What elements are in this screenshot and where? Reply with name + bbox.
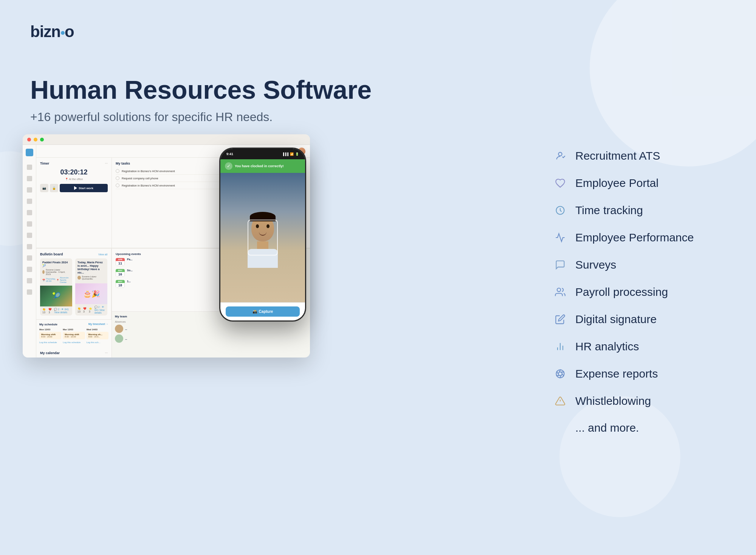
hero-subtitle: +16 powerful solutions for specific HR n… [30,110,372,124]
schedule-shift-3: Morning sh... 8:00 - 15:0... [87,332,108,339]
svg-point-2 [557,288,561,292]
bulletin-view-all[interactable]: View all [98,253,107,256]
bulletin-reaction-star-2: ⭐ 3 [89,307,92,313]
hero-title: Human Resources Software [30,76,372,104]
log-schedule-btn-2[interactable]: Log this schedule [63,340,85,344]
bulletin-author-1: Susana López Quintanilla · 3 April, 2023 [46,269,70,275]
sidebar-icon-5[interactable] [27,210,32,215]
pending-days: 3d [63,357,71,358]
performance-icon [552,229,569,246]
task-text-2: Request company cell phone [122,177,158,180]
team-panel: My team Absences ... ... [112,312,238,347]
task-checkbox-3[interactable] [116,183,119,187]
timesheet-link[interactable]: My timesheet → [88,323,108,326]
feature-label-time: Time tracking [575,204,643,217]
phone-notch-pill [253,150,273,156]
bg-decoration-top [590,0,756,166]
feature-item-portal: Employee Portal [552,175,726,191]
hero-section: Human Resources Software +16 powerful so… [30,76,372,124]
schedule-cols: Mon 12/03 Morning shift 8:00 - 15:00 Log… [39,328,108,344]
schedule-shift-2: Morning shift 8:00 - 15:00 [63,332,85,339]
window-close[interactable] [27,138,31,141]
calendar-panel-title: My calendar ··· [40,351,108,355]
team-member-2: ... [115,334,235,343]
bulletin-reaction-emoji-2: 👏 13 [77,307,81,313]
feature-item-performance: Employee Performance [552,229,726,246]
log-schedule-btn-1[interactable]: Log this schedule [39,340,61,344]
phone-status-bar: 9:41 ▐▐▐ 📶 🔋 [220,149,305,159]
sidebar-logo [26,149,33,156]
timer-lock-button[interactable]: 🔒 [50,184,58,192]
bulletin-comments-2: 💬 2 · 👁 841 View details [94,306,105,314]
tasks-header: My tasks Go to tasks [116,162,234,165]
sidebar-icon-1[interactable] [27,165,32,170]
event-title-3: 1... [127,280,234,283]
window-minimize[interactable] [34,138,37,141]
battery-icon: 🔋 [295,152,299,156]
schedule-title: My schedule [39,323,57,326]
feature-item-surveys: Surveys [552,257,726,273]
calendar-menu-icon: ··· [105,351,108,355]
features-list: Recruitment ATS Employee Portal Time tra… [552,148,726,445]
success-banner: ✓ You have clocked in correctly! [220,159,305,173]
check-icon: ✓ [225,162,232,170]
event-title-2: So... [127,269,234,272]
capture-button[interactable]: 📸 Capture [226,306,300,317]
sidebar-icon-6[interactable] [27,221,32,227]
phone-time: 9:41 [226,152,233,156]
timer-panel-title: Timer ··· [40,162,108,165]
bulletin-reaction-heart-1: ❤️ 3 [48,308,52,314]
start-work-button[interactable]: Start work [60,184,108,192]
sidebar-icon-4[interactable] [27,199,32,204]
schedule-shift-time-3: 8:00 - 15:0... [88,336,107,338]
timer-title-text: Timer [40,162,49,165]
absence-stats: 🏖️ 12d Available ⏳ 3d Pending [40,357,108,358]
task-checkbox-2[interactable] [116,176,119,180]
time-icon [552,202,569,219]
sidebar-icon-2[interactable] [27,176,32,181]
sidebar-icon-10[interactable] [27,267,32,272]
bulletin-author-avatar-1 [42,270,45,274]
logo-dot [61,31,65,35]
event-badge-1: APR 11 [116,258,125,266]
bulletin-card-1[interactable]: Paddel Finals 2024 🎾 Susana López Quinta… [40,258,72,316]
event-badge-2: MAY 16 [116,269,125,277]
bulletin-card-2-title: Today, María Pérez is anot... Happy birt… [77,261,105,274]
sidebar-icon-11[interactable] [27,278,32,283]
available-days: 12d [45,357,54,358]
team-avatar-2 [115,334,123,343]
schedule-col-header-1: Mon 12/03 [39,328,61,331]
schedule-shift-time-1: 8:00 - 15:00 [41,336,59,338]
sidebar-icon-9[interactable] [27,255,32,261]
dashboard-sidebar [23,145,36,358]
schedule-shift-time-2: 8:00 - 15:00 [65,336,83,338]
bulletin-card-2-meta: Susana López Quintanilla · [77,275,105,280]
logo: bizno [30,23,74,41]
task-item-2: Request company cell phone ↩ Undo [116,175,234,182]
bulletin-card-2[interactable]: Today, María Pérez is anot... Happy birt… [75,258,107,316]
sidebar-icon-8[interactable] [27,244,32,249]
window-maximize[interactable] [40,138,44,141]
timer-photo-button[interactable]: 📷 [40,184,48,192]
sidebar-icon-3[interactable] [27,187,32,193]
sidebar-icon-7[interactable] [27,233,32,238]
analytics-icon [552,338,569,355]
sidebar-icon-12[interactable] [27,289,32,295]
event-item-1: APR 11 Pa... [116,258,234,266]
phone-screen: 9:41 ▐▐▐ 📶 🔋 ✓ You have clocked in corre… [220,149,305,320]
log-schedule-btn-3[interactable]: Log this sch... [87,340,108,344]
feature-item-recruitment: Recruitment ATS [552,148,726,164]
team-avatar-1 [115,325,123,333]
task-item-1: Registration in Bizneo's HCM environment… [116,168,234,175]
wifi-icon: 📶 [290,152,294,156]
task-checkbox-1[interactable] [116,169,119,173]
window-chrome [23,134,310,145]
bulletin-header: Bulletin board View all [40,252,107,256]
timer-display: 03:20:12 [40,168,108,176]
bulletin-reaction-emoji-1: 👏 13 [42,308,46,314]
feature-label-portal: Employee Portal [575,177,658,190]
success-text: You have clocked in correctly! [235,164,284,168]
feature-item-whistleblowing: Whistleblowing [552,393,726,409]
bulletin-card-1-title: Paddel Finals 2024 🎾 [42,261,70,267]
signature-icon [552,311,569,328]
